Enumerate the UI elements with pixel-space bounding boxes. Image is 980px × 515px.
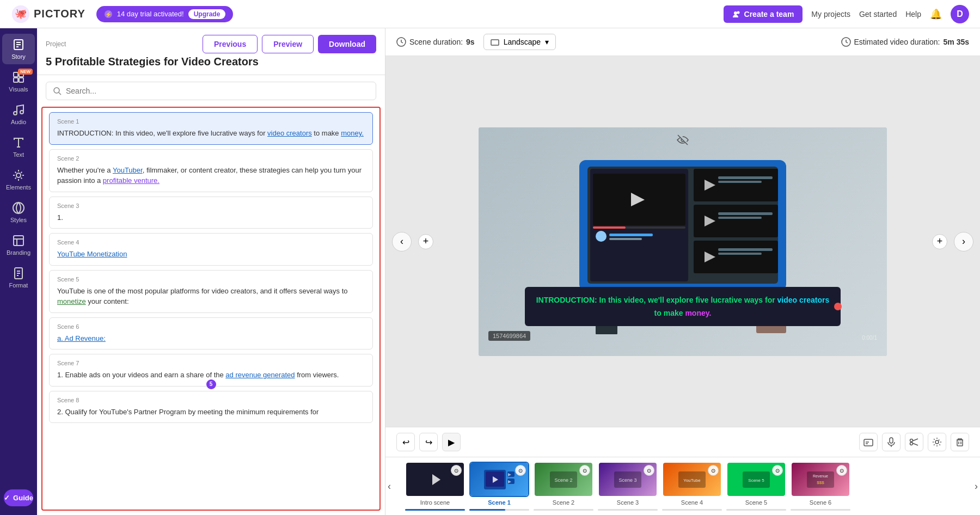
- sidebar-item-styles[interactable]: Styles: [2, 197, 35, 228]
- scene-block-3[interactable]: Scene 3 1.: [49, 197, 373, 229]
- styles-icon: [12, 201, 25, 214]
- search-input[interactable]: [66, 87, 369, 95]
- guide-button[interactable]: ✓ Guide: [4, 489, 33, 506]
- timeline-scene-6[interactable]: Revenue $$$ ⊙ Scene 6: [791, 462, 850, 511]
- new-badge: NEW: [18, 69, 33, 75]
- timeline-scene-3[interactable]: Scene 3 ⊙ Scene 3: [598, 462, 658, 511]
- help-link[interactable]: Help: [905, 10, 921, 19]
- video-canvas: $ INTRODUCTION: In this video, we'll exp…: [479, 127, 887, 356]
- canvas-prev-button[interactable]: ‹: [392, 232, 412, 252]
- timeline-thumb-5: Scene 5 ⊙: [726, 462, 786, 497]
- canvas-subtitle: INTRODUCTION: In this video, we'll explo…: [525, 287, 841, 326]
- sidebar-item-text[interactable]: Text: [2, 132, 35, 162]
- scene-label-3: Scene 3: [57, 203, 365, 209]
- redo-button[interactable]: ↪: [419, 433, 438, 451]
- svg-text:Scene 2: Scene 2: [554, 477, 572, 483]
- sidebar-item-format[interactable]: Format: [2, 262, 35, 293]
- orientation-selector[interactable]: Landscape ▾: [483, 34, 556, 50]
- sidebar-item-elements[interactable]: Elements: [2, 164, 35, 195]
- svg-rect-10: [14, 72, 18, 77]
- create-team-button[interactable]: Create a team: [724, 5, 803, 23]
- s6-thumb-content: Revenue $$$: [804, 469, 837, 491]
- upgrade-button[interactable]: Upgrade: [188, 9, 226, 19]
- s2-thumb-content: Scene 2: [547, 469, 580, 491]
- scene-block-7[interactable]: Scene 7 1. Enable ads on your videos and…: [49, 354, 373, 387]
- branding-label: Branding: [7, 249, 30, 256]
- eye-off-icon[interactable]: [677, 134, 689, 148]
- mic-icon: [886, 437, 896, 447]
- timeline-prev[interactable]: ‹: [388, 481, 391, 492]
- timeline-scene-1[interactable]: ⊙ Scene 1: [469, 462, 529, 511]
- timeline-scene-4[interactable]: YouTube ⊙ Scene 4: [662, 462, 722, 511]
- scene-label-7: Scene 7: [57, 360, 365, 366]
- timeline-next[interactable]: ›: [975, 481, 978, 492]
- timeline-badge-3[interactable]: ⊙: [644, 465, 654, 476]
- team-icon: [732, 10, 741, 19]
- scene-block-5[interactable]: Scene 5 YouTube is one of the most popul…: [49, 270, 373, 313]
- scene-block-1[interactable]: Scene 1 INTRODUCTION: In this video, we'…: [49, 112, 373, 145]
- scene-block-4[interactable]: Scene 4 YouTube Monetization: [49, 233, 373, 266]
- canvas-next-button[interactable]: ›: [954, 232, 973, 252]
- svg-rect-51: [718, 253, 762, 255]
- user-avatar[interactable]: D: [951, 5, 969, 23]
- timeline-scene-2[interactable]: Scene 2 ⊙ Scene 2: [534, 462, 593, 511]
- timeline-label-5: Scene 5: [745, 499, 767, 506]
- video-panel: Scene duration: 9s Landscape ▾ Estimated…: [385, 28, 980, 515]
- chevron-down-icon: ▾: [545, 38, 549, 46]
- sidebar-item-branding[interactable]: Branding: [2, 230, 35, 260]
- timeline-scene-5[interactable]: Scene 5 ⊙ Scene 5: [726, 462, 786, 511]
- canvas-add-right[interactable]: +: [932, 234, 947, 249]
- timeline-thumb-intro: ⊙: [405, 462, 465, 497]
- previous-button[interactable]: Previous: [203, 35, 258, 53]
- timeline-scroll: ⊙ Intro scene: [392, 462, 973, 511]
- timeline-thumb-1: ⊙: [469, 462, 529, 497]
- scissors-button[interactable]: [905, 433, 923, 451]
- svg-text:Scene 3: Scene 3: [618, 477, 636, 483]
- scene-text-1: INTRODUCTION: In this video, we'll explo…: [57, 128, 365, 139]
- sidebar-item-story[interactable]: Story: [2, 34, 35, 64]
- sidebar-item-audio[interactable]: Audio: [2, 99, 35, 130]
- delete-button[interactable]: [951, 433, 969, 451]
- my-projects-link[interactable]: My projects: [811, 10, 850, 19]
- settings-button[interactable]: [928, 433, 946, 451]
- logo[interactable]: 🐙 PICTORY: [11, 4, 85, 24]
- svg-point-19: [13, 203, 24, 213]
- scene-label-2: Scene 2: [57, 155, 365, 162]
- scene-text-8: 2. Qualify for YouTube's Partner Program…: [57, 407, 365, 418]
- timeline-badge-1[interactable]: ⊙: [515, 465, 526, 476]
- subtitle-highlight-1: video creators: [777, 296, 830, 304]
- timeline-badge-intro[interactable]: ⊙: [451, 465, 462, 476]
- preview-button[interactable]: Preview: [262, 35, 314, 53]
- scene-block-6[interactable]: Scene 6 a. Ad Revenue:: [49, 317, 373, 350]
- scene-block-8[interactable]: Scene 8 2. Qualify for YouTube's Partner…: [49, 391, 373, 424]
- play-button[interactable]: ▶: [442, 433, 461, 451]
- top-navigation: 🐙 PICTORY ⚡ 14 day trial activated! Upgr…: [0, 0, 980, 28]
- delete-icon: [955, 437, 965, 447]
- project-title: 5 Profitable Strategies for Video Creato…: [46, 56, 376, 68]
- logo-icon: 🐙: [11, 4, 30, 24]
- svg-point-5: [737, 11, 739, 14]
- captions-button[interactable]: [859, 433, 878, 451]
- svg-point-14: [14, 112, 17, 115]
- timeline-badge-4[interactable]: ⊙: [708, 465, 719, 476]
- svg-rect-38: [609, 234, 653, 236]
- canvas-add-left[interactable]: +: [418, 234, 433, 249]
- svg-point-25: [54, 88, 59, 93]
- captions-icon: [863, 437, 873, 447]
- audio-icon: [12, 103, 25, 117]
- timeline-badge-5[interactable]: ⊙: [772, 465, 783, 476]
- notifications-bell[interactable]: 🔔: [930, 8, 942, 20]
- svg-rect-42: [718, 176, 773, 179]
- watermark: 0:00/1: [862, 335, 877, 341]
- timeline-badge-6[interactable]: ⊙: [836, 465, 847, 476]
- svg-point-37: [596, 231, 607, 242]
- undo-button[interactable]: ↩: [396, 433, 415, 451]
- svg-rect-47: [718, 217, 762, 219]
- sidebar-item-visuals[interactable]: Visuals NEW: [2, 66, 35, 97]
- timeline-scene-intro[interactable]: ⊙ Intro scene: [405, 462, 465, 511]
- download-button[interactable]: Download: [318, 35, 376, 53]
- get-started-link[interactable]: Get started: [859, 10, 897, 19]
- mic-button[interactable]: [882, 433, 901, 451]
- scene-block-2[interactable]: Scene 2 Whether you're a YouTuber, filmm…: [49, 149, 373, 192]
- timeline-badge-2[interactable]: ⊙: [579, 465, 590, 476]
